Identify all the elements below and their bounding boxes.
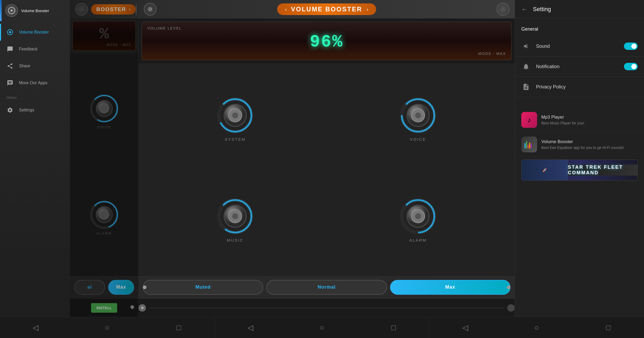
sidebar-label-settings: Settings — [19, 108, 34, 112]
knob-left-voice-label: VOICE — [97, 125, 111, 129]
knob-system-label: SYSTEM — [225, 137, 246, 142]
knob-voice-dial[interactable] — [400, 97, 437, 134]
nav-back-center[interactable]: ◁ — [244, 321, 257, 334]
knob-alarm: ALARM — [327, 170, 510, 271]
star-trek-banner[interactable]: 🚀 STAR TREK FLEET COMMAND — [521, 159, 638, 181]
app-icon — [5, 4, 18, 17]
panel-title-bar: ‹ VOLUME BOOSTER › — [277, 3, 376, 15]
sidebar-app-title: Volume Booster — [21, 8, 49, 13]
panel-left-chevron: › — [129, 7, 130, 12]
sidebar-label-feedback: Feedback — [19, 47, 37, 51]
panel-main-title: VOLUME BOOSTER — [291, 6, 362, 13]
nav-home-right[interactable]: ○ — [530, 321, 543, 334]
volume-label: VOLUME LEVEL — [147, 26, 506, 30]
panel-main-circle-btn — [497, 3, 509, 16]
btn-left-normal[interactable]: al — [74, 280, 105, 295]
controls-area: SYSTEM — [139, 63, 515, 276]
chevron-left-icon: ‹ — [285, 6, 287, 12]
sidebar-others-label: Others — [0, 91, 70, 102]
sidebar-label-more-apps: More Our Apps — [19, 81, 48, 85]
nav-recent-left[interactable]: □ — [172, 321, 185, 334]
knob-music-label: MUSIC — [227, 238, 244, 242]
sidebar-header: Volume Booster — [0, 0, 70, 21]
sidebar-label-share: Share — [19, 64, 30, 68]
gear-icon[interactable]: ⚙ — [144, 3, 157, 16]
panel-main-header: ⚙ ‹ VOLUME BOOSTER › — [139, 0, 515, 18]
vb-desc: Best free Equalizer app for you to ge Hi… — [541, 145, 638, 150]
btn-left-max[interactable]: Max — [108, 280, 134, 295]
svg-point-5 — [100, 104, 109, 113]
sidebar-item-share[interactable]: Share — [0, 58, 70, 74]
bottom-nav-right: ◁ ○ □ — [429, 317, 644, 338]
chevron-right-icon: › — [367, 6, 368, 12]
knob-music: MUSIC — [144, 170, 327, 271]
notification-toggle[interactable] — [624, 63, 638, 70]
sidebar-item-settings[interactable]: Settings — [0, 102, 70, 119]
mode-label: MODE - MAX — [147, 51, 506, 56]
panel-left-mode: MODE - MAX — [77, 43, 131, 47]
knob-alarm-label: ALARM — [409, 238, 427, 242]
knob-system-dial[interactable] — [217, 97, 254, 134]
knob-music-dial[interactable] — [217, 198, 254, 235]
nav-home-center[interactable]: ○ — [315, 321, 329, 334]
panel-main-buttons: Muted Normal Max — [139, 276, 515, 298]
panel-left-circle-btn-right — [136, 3, 137, 16]
vb-info: Volume Booster Best free Equalizer app f… — [541, 139, 638, 150]
sidebar-item-more-apps[interactable]: More Our Apps — [0, 74, 70, 91]
notification-icon — [521, 62, 531, 71]
app-promo-mp3[interactable]: ♪ Mp3 Player Best Music Player for you! — [515, 108, 644, 132]
settings-row-privacy: Privacy Policy — [515, 77, 644, 97]
panel-ad-icon: ⚙ — [139, 304, 146, 312]
bottom-nav-left: ◁ ○ □ — [0, 317, 215, 338]
nav-recent-center[interactable]: □ — [387, 321, 400, 334]
svg-point-14 — [232, 112, 238, 118]
knob-voice-label: VOICE — [410, 137, 426, 142]
middle-panels: BOOSTER › % MODE - MAX — [70, 0, 515, 317]
scroll-dot-left — [143, 285, 146, 289]
vb-promo-icon — [521, 137, 537, 152]
sidebar-label-volume-booster: Volume Booster — [19, 30, 49, 35]
scroll-indicator-left — [130, 305, 134, 309]
nav-back-right[interactable]: ◁ — [459, 321, 472, 334]
install-button[interactable]: INSTALL — [91, 303, 117, 313]
nav-recent-right[interactable]: □ — [602, 321, 615, 334]
panel-left-buttons: al Max — [70, 276, 138, 298]
panel-left-header: BOOSTER › — [70, 0, 138, 18]
svg-point-9 — [100, 210, 109, 219]
settings-header: ← Setting — [515, 0, 644, 18]
svg-point-19 — [415, 112, 421, 118]
panel-left: BOOSTER › % MODE - MAX — [70, 0, 139, 317]
volume-display: VOLUME LEVEL 96% MODE - MAX — [142, 22, 512, 60]
settings-sound-label: Sound — [536, 44, 619, 49]
svg-point-29 — [415, 213, 421, 219]
back-icon[interactable]: ← — [521, 6, 528, 13]
knob-alarm-dial[interactable] — [400, 198, 437, 235]
sound-toggle[interactable] — [624, 43, 638, 50]
mp3-title: Mp3 Player — [541, 115, 638, 120]
more-apps-icon — [6, 79, 14, 87]
panel-left-circle-btn — [75, 3, 88, 16]
settings-row-notification: Notification — [515, 57, 644, 77]
scroll-dot-right — [507, 285, 510, 289]
settings-row-sound: Sound — [515, 36, 644, 57]
knob-voice: VOICE — [327, 69, 510, 170]
nav-back-left[interactable]: ◁ — [29, 321, 42, 334]
btn-normal[interactable]: Normal — [266, 280, 387, 295]
app-promo-vb[interactable]: Volume Booster Best free Equalizer app f… — [515, 132, 644, 157]
nav-home-left[interactable]: ○ — [101, 321, 114, 334]
star-trek-text: STAR TREK FLEET COMMAND — [568, 165, 637, 176]
sidebar-item-feedback[interactable]: Feedback — [0, 41, 70, 58]
panel-left-title: BOOSTER — [96, 6, 126, 12]
settings-general-title: General — [515, 24, 644, 36]
settings-privacy-label: Privacy Policy — [536, 84, 638, 90]
settings-notification-label: Notification — [536, 64, 619, 69]
volume-booster-icon — [6, 29, 14, 36]
sidebar-item-volume-booster[interactable]: Volume Booster — [0, 24, 70, 41]
knob-system: SYSTEM — [144, 69, 327, 170]
btn-max[interactable]: Max — [390, 280, 510, 295]
btn-muted[interactable]: Muted — [143, 280, 263, 295]
settings-content: General Sound Notification — [515, 18, 644, 102]
settings-icon — [6, 106, 14, 114]
panel-main-ad: ⚙ — [139, 298, 515, 317]
panel-main: ⚙ ‹ VOLUME BOOSTER › VOLUME LEVEL 96% MO… — [139, 0, 515, 317]
